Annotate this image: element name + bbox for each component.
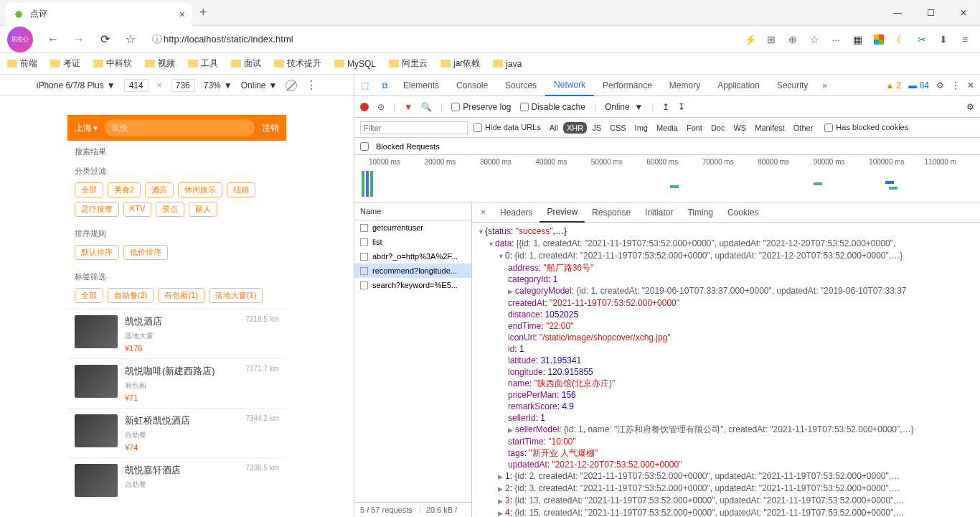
- device-menu-icon[interactable]: ⋮: [306, 78, 317, 92]
- close-tab-icon[interactable]: ×: [179, 9, 185, 20]
- filter-type-tag[interactable]: Other: [790, 122, 817, 134]
- timeline[interactable]: 10000 ms20000 ms30000 ms40000 ms50000 ms…: [354, 155, 980, 202]
- filter-type-tag[interactable]: Font: [683, 122, 706, 134]
- devtools-tab[interactable]: Application: [709, 75, 768, 96]
- filter-input[interactable]: [360, 121, 468, 134]
- devtools-tab[interactable]: Sources: [496, 75, 545, 96]
- filter-type-tag[interactable]: XHR: [563, 122, 587, 134]
- filter-type-tag[interactable]: Manifest: [751, 122, 788, 134]
- qr-icon[interactable]: ⊞: [763, 32, 779, 47]
- rotate-icon[interactable]: [286, 80, 297, 91]
- width-input[interactable]: 414: [124, 79, 149, 92]
- filter-tag[interactable]: 默认排序: [75, 245, 119, 260]
- more-icon[interactable]: ···: [828, 32, 844, 47]
- star-icon[interactable]: ☆: [806, 32, 822, 47]
- bookmark-item[interactable]: 视频: [145, 57, 175, 70]
- filter-tag[interactable]: 丽人: [189, 202, 217, 217]
- devtools-tab[interactable]: Memory: [661, 75, 709, 96]
- detail-tab[interactable]: Preview: [540, 202, 585, 223]
- scissors-icon[interactable]: ✂: [914, 32, 930, 47]
- search-input[interactable]: 凯悦: [105, 119, 255, 136]
- search-icon[interactable]: 🔍: [421, 102, 432, 112]
- close-detail-icon[interactable]: ×: [476, 208, 490, 218]
- address-bar[interactable]: ⓘ http://localhost/static/index.html: [152, 33, 733, 46]
- request-checkbox[interactable]: [360, 238, 368, 246]
- close-window-button[interactable]: ✕: [947, 0, 980, 26]
- forward-button[interactable]: →: [69, 29, 89, 50]
- more-tabs-icon[interactable]: »: [816, 80, 833, 90]
- flash-icon[interactable]: ⚡: [742, 32, 758, 47]
- logout-link[interactable]: 注销: [262, 122, 279, 134]
- bookmark-item[interactable]: java: [493, 59, 522, 69]
- toolbar-gear-icon[interactable]: ⚙: [966, 102, 974, 112]
- filter-tag[interactable]: 有包厢(1): [158, 288, 204, 303]
- clear-icon[interactable]: ⊘: [377, 102, 385, 112]
- detail-tab[interactable]: Response: [585, 202, 638, 223]
- bookmark-item[interactable]: jar依赖: [440, 57, 480, 70]
- detail-tab[interactable]: Initiator: [638, 202, 680, 223]
- bookmark-item[interactable]: 技术提升: [274, 57, 321, 70]
- shop-item[interactable]: 凯悦酒店落地大窗¥1767318.5 km: [67, 309, 286, 358]
- bookmark-item[interactable]: 考证: [50, 57, 80, 70]
- disable-cache-checkbox[interactable]: Disable cache: [520, 102, 585, 112]
- favorite-button[interactable]: ☆: [121, 29, 141, 50]
- inspect-icon[interactable]: ⬚: [354, 80, 374, 90]
- back-button[interactable]: ←: [43, 29, 63, 50]
- device-selector[interactable]: iPhone 6/7/8 Plus ▼: [37, 80, 116, 90]
- menu-icon[interactable]: ≡: [957, 32, 973, 47]
- bookmark-item[interactable]: 阿里云: [389, 57, 428, 70]
- reload-button[interactable]: ⟳: [95, 29, 115, 50]
- devtools-tab[interactable]: Security: [768, 75, 816, 96]
- request-row[interactable]: abdr?_o=http%3A%2F...: [354, 249, 471, 264]
- filter-tag[interactable]: KTV: [123, 202, 151, 217]
- record-button[interactable]: [360, 103, 369, 111]
- json-preview[interactable]: {status: "success",…}data: [{id: 1, crea…: [472, 223, 980, 517]
- new-tab-button[interactable]: +: [199, 5, 207, 20]
- devtools-tab[interactable]: Performance: [594, 75, 661, 96]
- filter-tag[interactable]: 全部: [75, 288, 103, 303]
- shop-item[interactable]: 凯悦咖啡(新建西路店)有包厢¥717371.7 km: [67, 358, 286, 408]
- request-row[interactable]: list: [354, 235, 471, 249]
- filter-tag[interactable]: 低价排序: [123, 245, 168, 260]
- gear-icon[interactable]: ⚙: [936, 80, 944, 90]
- bookmark-item[interactable]: 面试: [231, 57, 261, 70]
- bookmark-item[interactable]: 中科软: [93, 57, 132, 70]
- has-blocked-cookies-checkbox[interactable]: Has blocked cookies: [824, 123, 908, 132]
- filter-tag[interactable]: 足疗按摩: [75, 202, 119, 217]
- messages-badge[interactable]: ▬ 84: [908, 80, 929, 90]
- moon-icon[interactable]: ☾: [892, 32, 908, 47]
- filter-type-tag[interactable]: WS: [730, 122, 750, 134]
- warning-badge[interactable]: ▲ 2: [885, 80, 901, 90]
- detail-tab[interactable]: Cookies: [720, 202, 765, 223]
- hide-data-urls-checkbox[interactable]: Hide data URLs: [473, 123, 541, 132]
- download-har-icon[interactable]: ↧: [678, 102, 685, 112]
- filter-tag[interactable]: 落地大窗(1): [209, 288, 263, 303]
- shop-item[interactable]: 凯悦嘉轩酒店自助餐7336.5 km: [67, 457, 286, 503]
- height-input[interactable]: 736: [171, 79, 195, 92]
- close-devtools-icon[interactable]: ✕: [967, 80, 974, 90]
- download-icon[interactable]: ⬇: [936, 32, 951, 47]
- zoom-icon[interactable]: ⊕: [785, 32, 801, 47]
- request-checkbox[interactable]: [360, 267, 368, 275]
- zoom-selector[interactable]: 73% ▼: [204, 80, 232, 90]
- request-checkbox[interactable]: [360, 281, 368, 289]
- blocked-requests-checkbox[interactable]: [360, 142, 369, 151]
- filter-tag[interactable]: 休闲娱乐: [178, 182, 222, 197]
- request-row[interactable]: recommend?longitude...: [354, 264, 471, 278]
- filter-tag[interactable]: 结婚: [227, 182, 255, 197]
- shop-item[interactable]: 新虹桥凯悦酒店自助餐¥747344.2 km: [67, 408, 286, 457]
- filter-type-tag[interactable]: Media: [653, 122, 682, 134]
- devtools-tab[interactable]: Console: [448, 75, 496, 96]
- filter-type-tag[interactable]: All: [546, 122, 562, 134]
- profile-avatar[interactable]: 思在心: [7, 27, 33, 52]
- devtools-tab[interactable]: Network: [545, 75, 594, 96]
- request-checkbox[interactable]: [360, 253, 368, 261]
- filter-type-tag[interactable]: Img: [631, 122, 651, 134]
- bookmark-item[interactable]: 前端: [7, 57, 37, 70]
- throttle-selector[interactable]: Online ▼: [241, 80, 278, 90]
- bookmark-item[interactable]: 工具: [188, 57, 218, 70]
- request-row[interactable]: getcurrentuser: [354, 220, 471, 235]
- browser-tab[interactable]: 点评 ×: [6, 3, 192, 26]
- device-mode-icon[interactable]: ⧉: [374, 80, 395, 90]
- bookmark-item[interactable]: MySQL: [334, 59, 376, 69]
